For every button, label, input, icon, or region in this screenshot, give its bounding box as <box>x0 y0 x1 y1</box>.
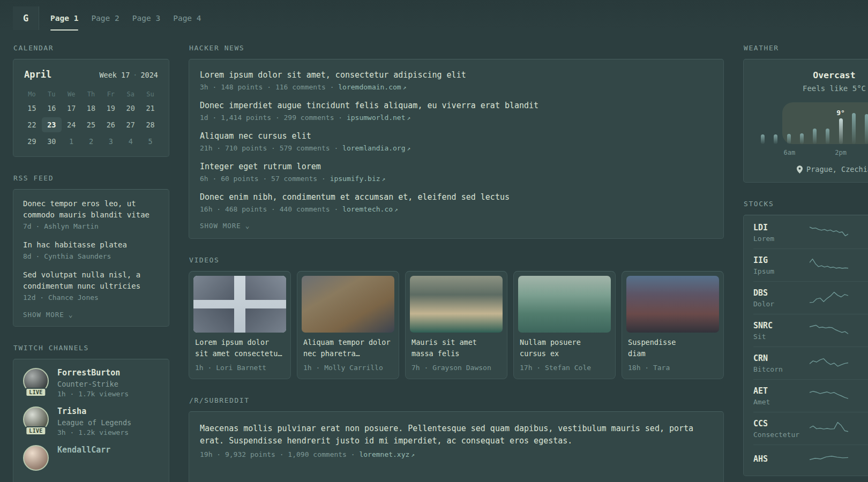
twitch-channel-name[interactable]: Trisha <box>57 406 131 416</box>
subreddit-post-title[interactable]: Maecenas mollis pulvinar erat non posuer… <box>200 423 713 447</box>
page-tab[interactable]: Page 4 <box>173 6 201 30</box>
stock-id: IIG Ipsum <box>753 255 803 275</box>
calendar-day-cell: 18 <box>81 101 101 116</box>
video-thumbnail[interactable] <box>626 276 719 333</box>
right-column: WEATHER Overcast Feels like 5°C <box>743 44 868 482</box>
hackernews-item-domain-link[interactable]: loremdomain.com↗ <box>338 83 406 91</box>
video-title[interactable]: Lorem ipsum dolor sit amet consectetu… <box>195 337 285 359</box>
stock-id: SNRC Sit <box>753 321 803 341</box>
twitch-channel-name[interactable]: KendallCarr <box>57 445 110 455</box>
calendar-day-cell: 26 <box>101 117 121 132</box>
stock-symbol: AHS <box>753 454 803 464</box>
app-logo[interactable]: G <box>13 6 39 30</box>
stock-row[interactable]: CCS Consectetur +0.51% $165.84 <box>753 412 868 445</box>
rss-item-meta: 8d · Cynthia Saunders <box>23 252 159 260</box>
stock-row[interactable]: AHS +0.46% <box>753 445 868 475</box>
calendar-day-cell: 22 <box>22 117 42 132</box>
rss-show-more-button[interactable]: SHOW MORE ⌄ <box>23 311 73 319</box>
stock-row[interactable]: SNRC Sit +1.36% $148.64 <box>753 314 868 347</box>
twitch-channel[interactable]: LIVE KendallCarr <box>23 445 159 471</box>
video-title[interactable]: Aliquam tempor dolor nec pharetra… <box>303 337 393 359</box>
stock-row[interactable]: IIG Ipsum +2.84% $42.04 <box>753 248 868 281</box>
twitch-channel[interactable]: LIVE Trisha League of Legends 3h · 1.2k … <box>23 406 159 436</box>
weather-location-label: Prague, Czechia <box>806 165 868 174</box>
calendar-widget: April Week 17·2024 MoTuWeThFrSaSu 151617… <box>13 59 169 157</box>
hackernews-item-meta: 21h · 710 points · 579 comments · loreml… <box>200 144 713 152</box>
calendar-weekday-row: MoTuWeThFrSaSu <box>22 88 160 101</box>
hackernews-item: Donec imperdiet augue tincidunt felis al… <box>200 100 713 122</box>
hackernews-item-domain-link[interactable]: ipsumworld.net↗ <box>347 114 410 122</box>
external-link-icon: ↗ <box>393 206 398 213</box>
video-card[interactable]: Lorem ipsum dolor sit amet consectetu… 1… <box>189 271 291 379</box>
separator-dot: · <box>130 71 140 79</box>
rss-item-title[interactable]: In hac habitasse platea <box>23 239 159 251</box>
hackernews-item-title[interactable]: Lorem ipsum dolor sit amet, consectetur … <box>200 69 713 81</box>
stock-row[interactable]: LDI Lorem +4.35% $795.18 <box>753 216 868 248</box>
hackernews-show-more-button[interactable]: SHOW MORE ⌄ <box>200 222 250 230</box>
hackernews-item-title[interactable]: Integer eget rutrum lorem <box>200 161 713 172</box>
calendar-weekday-label: Sa <box>121 88 140 101</box>
stock-sparkline <box>810 257 848 274</box>
video-card[interactable]: Mauris sit amet massa felis 7h · Grayson… <box>405 271 507 379</box>
stock-values: +4.35% $795.18 <box>855 222 868 243</box>
video-thumbnail[interactable] <box>302 276 394 333</box>
hackernews-item-meta: 3h · 148 points · 116 comments · loremdo… <box>200 83 713 91</box>
stock-symbol: LDI <box>753 223 803 232</box>
stock-row[interactable]: AET Amet +0.92% $499.72 <box>753 379 868 412</box>
video-card[interactable]: Nullam posuere cursus ex 17h · Stefan Co… <box>513 271 616 379</box>
calendar-weekday-label: Th <box>81 88 101 101</box>
video-thumbnail[interactable] <box>410 276 503 333</box>
rss-item-title[interactable]: Sed volutpat nulla nisl, a condimentum n… <box>23 269 159 292</box>
page-tab[interactable]: Page 2 <box>91 6 119 30</box>
hackernews-item-domain-link[interactable]: loremtech.co↗ <box>342 205 398 213</box>
calendar-day-cell: 5 <box>140 134 160 149</box>
page-tab[interactable]: Page 3 <box>132 6 160 30</box>
calendar-weekday-label: Mo <box>22 88 42 101</box>
hackernews-item-stats: 16h · 468 points · 440 comments · <box>200 205 338 213</box>
calendar-day-cell: 30 <box>42 134 62 149</box>
stocks-section: STOCKS LDI Lorem +4.35% $795.18 <box>743 200 868 476</box>
stock-sparkline <box>810 289 848 307</box>
page-tab[interactable]: Page 1 <box>50 6 78 30</box>
stock-values: +0.46% <box>855 454 868 466</box>
stock-sparkline <box>810 224 848 242</box>
video-thumbnail[interactable] <box>193 276 286 333</box>
twitch-channel-name[interactable]: ForrestBurton <box>57 368 129 378</box>
show-more-label: SHOW MORE <box>200 222 241 230</box>
video-card[interactable]: Aliquam tempor dolor nec pharetra… 1h · … <box>297 271 399 379</box>
page-tabs: Page 1Page 2Page 3Page 4 <box>50 6 201 30</box>
video-title[interactable]: Nullam posuere cursus ex <box>520 337 609 359</box>
stock-price: $66,171.48 <box>855 365 868 373</box>
stock-id: CRN Bitcorn <box>753 353 803 373</box>
hackernews-item-domain-link[interactable]: loremlandia.org↗ <box>342 144 410 152</box>
avatar-wrap: LIVE <box>23 368 49 394</box>
stock-row[interactable]: CRN Bitcorn -1.00% $66,171.48 <box>753 347 868 379</box>
twitch-channel-meta: 3h · 1.2k viewers <box>57 428 131 436</box>
hackernews-item-title[interactable]: Aliquam nec cursus elit <box>200 130 713 142</box>
twitch-channel-info: Trisha League of Legends 3h · 1.2k viewe… <box>57 406 131 436</box>
hackernews-item-title[interactable]: Donec imperdiet augue tincidunt felis al… <box>200 100 713 111</box>
twitch-channel-meta: 1h · 1.7k viewers <box>57 390 129 398</box>
calendar-day-cell: 28 <box>140 117 160 132</box>
video-title[interactable]: Mauris sit amet massa felis <box>411 337 501 359</box>
video-meta: 1h · Molly Carrillo <box>303 364 393 372</box>
hackernews-item-domain-link[interactable]: ipsumify.biz↗ <box>330 175 386 183</box>
subreddit-post-domain-link[interactable]: loremnet.xyz↗ <box>359 450 415 458</box>
calendar-day-cell: 4 <box>121 134 140 149</box>
twitch-channel[interactable]: LIVE ForrestBurton Counter-Strike 1h · 1… <box>23 368 159 398</box>
rss-item-title[interactable]: Donec tempor eros leo, ut commodo mauris… <box>23 198 159 221</box>
video-card[interactable]: Suspendisse diam 18h · Tara <box>622 271 724 379</box>
hackernews-section: HACKER NEWS Lorem ipsum dolor sit amet, … <box>189 44 724 239</box>
stock-row[interactable]: DBS Dolor +1.42% $156.28 <box>753 281 868 314</box>
video-thumbnail[interactable] <box>518 276 611 333</box>
stock-symbol: IIG <box>753 255 803 265</box>
calendar-month-label: April <box>24 69 51 80</box>
calendar-day-cell: 1 <box>62 134 81 149</box>
domain-text: loremlandia.org <box>342 144 405 152</box>
hackernews-item: Donec enim nibh, condimentum et accumsan… <box>200 191 713 213</box>
left-column: CALENDAR April Week 17·2024 MoTuWeThFrSa… <box>13 44 169 482</box>
video-title[interactable]: Suspendisse diam <box>628 337 717 359</box>
hackernews-item-title[interactable]: Donec enim nibh, condimentum et accumsan… <box>200 191 713 203</box>
domain-text: loremtech.co <box>342 205 393 213</box>
calendar-day-cell: 17 <box>62 101 81 116</box>
